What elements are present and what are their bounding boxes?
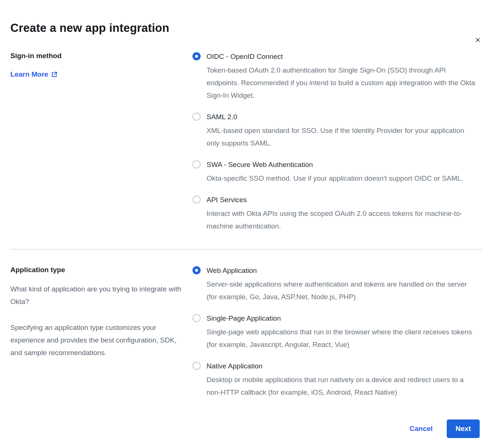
radio-saml[interactable]	[192, 113, 201, 121]
external-link-icon	[51, 71, 57, 78]
radio-api-services[interactable]	[192, 195, 201, 204]
radio-spa[interactable]	[192, 314, 201, 322]
option-api-services[interactable]: API Services Interact with Okta APIs usi…	[192, 195, 480, 233]
option-spa-label[interactable]: Single-Page Application	[207, 314, 477, 323]
signin-method-heading: Sign-in method	[10, 52, 184, 60]
close-icon[interactable]: ×	[475, 36, 480, 44]
section-divider	[10, 249, 482, 250]
option-spa[interactable]: Single-Page Application Single-page web …	[192, 314, 480, 351]
radio-oidc[interactable]	[192, 52, 201, 60]
dialog-footer: Cancel Next	[0, 419, 493, 438]
option-native-application-label[interactable]: Native Application	[207, 361, 477, 371]
application-type-section: Application type What kind of applicatio…	[0, 266, 493, 399]
application-type-question: What kind of application are you trying …	[10, 283, 184, 308]
option-oidc-label[interactable]: OIDC - OpenID Connect	[207, 52, 477, 61]
option-api-services-label[interactable]: API Services	[207, 195, 477, 204]
next-button[interactable]: Next	[447, 419, 480, 438]
option-saml-label[interactable]: SAML 2.0	[207, 112, 477, 121]
option-web-application-description: Server-side applications where authentic…	[207, 278, 477, 303]
option-native-application[interactable]: Native Application Desktop or mobile app…	[192, 361, 480, 399]
option-api-services-description: Interact with Okta APIs using the scoped…	[207, 207, 477, 233]
option-oidc-description: Token-based OAuth 2.0 authentication for…	[207, 64, 477, 102]
option-saml-description: XML-based open standard for SSO. Use if …	[207, 124, 477, 150]
radio-web-application[interactable]	[192, 266, 201, 274]
option-native-application-description: Desktop or mobile applications that run …	[207, 374, 477, 399]
radio-swa[interactable]	[192, 160, 201, 168]
learn-more-link[interactable]: Learn More	[10, 70, 57, 78]
dialog-title: Create a new app integration	[10, 21, 483, 35]
create-app-integration-dialog: × Create a new app integration Sign-in m…	[0, 21, 493, 448]
option-swa-label[interactable]: SWA - Secure Web Authentication	[207, 160, 463, 169]
option-web-application[interactable]: Web Application Server-side applications…	[192, 266, 480, 303]
option-saml[interactable]: SAML 2.0 XML-based open standard for SSO…	[192, 112, 480, 150]
option-spa-description: Single-page web applications that run in…	[207, 326, 477, 351]
option-web-application-label[interactable]: Web Application	[207, 266, 477, 275]
option-swa[interactable]: SWA - Secure Web Authentication Okta-spe…	[192, 160, 480, 185]
option-oidc[interactable]: OIDC - OpenID Connect Token-based OAuth …	[192, 52, 480, 102]
application-type-explanation: Specifying an application type customize…	[10, 321, 184, 359]
learn-more-label: Learn More	[10, 70, 48, 78]
radio-native-application[interactable]	[192, 362, 201, 370]
application-type-heading: Application type	[10, 266, 184, 274]
option-swa-description: Okta-specific SSO method. Use if your ap…	[207, 172, 463, 185]
cancel-button[interactable]: Cancel	[410, 425, 433, 433]
signin-method-section: Sign-in method Learn More OIDC - OpenID …	[0, 52, 493, 233]
